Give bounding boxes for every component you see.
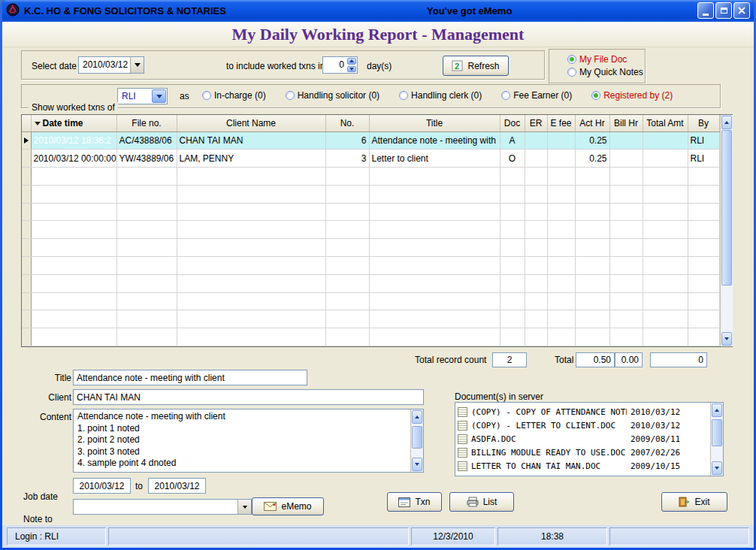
days-spinner[interactable]: 0 xyxy=(322,56,358,74)
cell-client[interactable]: CHAN TAI MAN xyxy=(177,131,325,150)
cell-doc[interactable]: O xyxy=(500,150,525,168)
chevron-down-icon[interactable] xyxy=(152,89,166,103)
radio-handling-solicitor[interactable]: Handling solicitor (0) xyxy=(286,90,380,101)
scroll-down-button[interactable] xyxy=(721,332,732,346)
cell-by[interactable]: RLI xyxy=(688,150,719,168)
grid-scrollbar[interactable] xyxy=(720,115,733,346)
radio-my-file-doc[interactable]: My File Doc xyxy=(567,54,645,65)
ememo-notice: You've got eMemo xyxy=(427,5,512,17)
col-total-amt[interactable]: Total Amt xyxy=(643,115,688,131)
cell-by[interactable]: RLI xyxy=(688,131,719,150)
table-row-empty[interactable] xyxy=(22,185,719,203)
radio-registered-by[interactable]: Registered by (2) xyxy=(591,90,673,101)
status-login: Login : RLI xyxy=(7,527,106,545)
radio-fee-earner[interactable]: Fee Earner (0) xyxy=(501,90,572,101)
txn-button[interactable]: Txn xyxy=(387,492,442,512)
minimize-button[interactable] xyxy=(697,2,714,19)
restore-button[interactable] xyxy=(715,2,732,19)
cell-act-hr[interactable]: 0.25 xyxy=(575,131,609,150)
col-date-time[interactable]: Date time xyxy=(31,115,116,131)
radio-selected-icon xyxy=(591,91,600,100)
col-doc[interactable]: Doc xyxy=(500,115,525,131)
table-row-empty[interactable] xyxy=(22,292,719,310)
table-row-empty[interactable] xyxy=(22,203,719,221)
cell-title[interactable]: Attendance note - meeting with xyxy=(369,131,500,150)
document-item[interactable]: LETTER TO CHAN TAI MAN.DOC 2009/10/15 xyxy=(458,459,709,473)
spin-down-button[interactable] xyxy=(347,66,356,73)
col-no[interactable]: No. xyxy=(325,115,369,131)
table-row-empty[interactable] xyxy=(22,257,719,275)
cell-date-time[interactable]: 2010/03/12 18:36:2 xyxy=(31,131,116,150)
fee-earner-combo[interactable]: RLI xyxy=(117,88,168,104)
select-date-combo[interactable]: 2010/03/12 xyxy=(78,56,144,74)
scroll-down-button[interactable] xyxy=(712,461,722,475)
table-row-empty[interactable] xyxy=(22,221,719,239)
radio-handling-clerk[interactable]: Handling clerk (0) xyxy=(399,90,482,101)
list-button[interactable]: List xyxy=(449,492,514,512)
worked-txns-grid: Date time File no. Client Name No. Title… xyxy=(21,114,733,347)
col-e-fee[interactable]: E fee xyxy=(547,115,575,131)
scroll-thumb[interactable] xyxy=(721,130,732,286)
scroll-thumb[interactable] xyxy=(412,426,422,449)
client-label: Client xyxy=(29,392,71,403)
ememo-button[interactable]: eMemo xyxy=(252,497,324,515)
printer-icon xyxy=(467,497,479,507)
cell-client[interactable]: LAM, PENNY xyxy=(177,150,325,168)
document-item[interactable]: (COPY) - LETTER TO CLIENT.DOC 2010/03/12 xyxy=(458,419,709,432)
job-date-from-input[interactable] xyxy=(73,478,131,494)
table-row[interactable]: 2010/03/12 00:00:00 YW/43889/06 LAM, PEN… xyxy=(22,150,719,168)
documents-scrollbar[interactable] xyxy=(710,403,723,476)
spin-up-button[interactable] xyxy=(347,58,356,65)
table-row-selected[interactable]: 2010/03/12 18:36:2 AC/43888/06 CHAN TAI … xyxy=(22,131,719,150)
scroll-down-button[interactable] xyxy=(412,458,422,471)
radio-icon xyxy=(501,91,510,100)
chevron-down-icon[interactable] xyxy=(237,500,251,514)
content-scrollbar[interactable] xyxy=(410,409,423,472)
cell-no[interactable]: 6 xyxy=(325,131,369,150)
col-er[interactable]: ER xyxy=(525,115,547,131)
documents-list[interactable]: (COPY) - COPY OF ATTENDANCE NOTE SENT 20… xyxy=(455,402,724,476)
col-file-no[interactable]: File no. xyxy=(116,115,177,131)
refresh-button[interactable]: 2 Refresh xyxy=(443,56,509,76)
scroll-thumb[interactable] xyxy=(712,419,722,446)
envelope-icon xyxy=(264,502,277,511)
cell-file-no[interactable]: AC/43888/06 xyxy=(116,131,177,150)
radio-in-charge[interactable]: In-charge (0) xyxy=(202,90,266,101)
cell-date-time[interactable]: 2010/03/12 00:00:00 xyxy=(31,150,116,168)
chevron-down-icon[interactable] xyxy=(130,57,144,73)
app-window: K.C. HO & FONG SOLICITORS & NOTARIES You… xyxy=(0,0,756,550)
table-row-empty[interactable] xyxy=(22,274,719,292)
radio-icon xyxy=(399,91,408,100)
cell-act-hr[interactable]: 0.25 xyxy=(575,150,609,168)
document-item[interactable]: (COPY) - COPY OF ATTENDANCE NOTE SENT 20… xyxy=(458,405,709,419)
table-row-empty[interactable] xyxy=(22,168,719,186)
scroll-up-button[interactable] xyxy=(712,403,722,417)
cell-doc[interactable]: A xyxy=(500,131,525,150)
document-item[interactable]: BILLING MODULE READY TO USE.DOC 2007/02/… xyxy=(458,446,709,459)
table-row-empty[interactable] xyxy=(22,328,719,346)
cell-title[interactable]: Letter to client xyxy=(369,150,500,168)
col-client-name[interactable]: Client Name xyxy=(177,115,325,131)
col-bill-hr[interactable]: Bill Hr xyxy=(609,115,643,131)
scroll-up-button[interactable] xyxy=(721,116,732,129)
col-title[interactable]: Title xyxy=(369,115,500,131)
documents-label: Document(s) in server xyxy=(455,391,543,402)
close-button[interactable] xyxy=(733,2,750,19)
col-by[interactable]: By xyxy=(688,115,719,131)
client-input[interactable] xyxy=(73,389,424,405)
job-date-to-input[interactable] xyxy=(148,478,206,494)
note-to-input[interactable] xyxy=(74,500,237,514)
note-to-combo[interactable] xyxy=(73,499,252,515)
exit-button[interactable]: Exit xyxy=(661,492,727,512)
title-input[interactable] xyxy=(73,370,307,385)
cell-no[interactable]: 3 xyxy=(325,150,369,168)
table-row-empty[interactable] xyxy=(22,310,719,328)
col-act-hr[interactable]: Act Hr xyxy=(575,115,609,131)
cell-file-no[interactable]: YW/43889/06 xyxy=(116,150,177,168)
document-item[interactable]: ASDFA.DOC 2009/08/11 xyxy=(458,432,709,446)
table-row-empty[interactable] xyxy=(22,239,719,257)
note-to-label: Note to xyxy=(23,514,53,524)
radio-my-quick-notes[interactable]: My Quick Notes xyxy=(567,67,645,77)
content-field[interactable]: Attendance note - meeting with client 1.… xyxy=(73,409,424,473)
scroll-up-button[interactable] xyxy=(412,410,422,424)
